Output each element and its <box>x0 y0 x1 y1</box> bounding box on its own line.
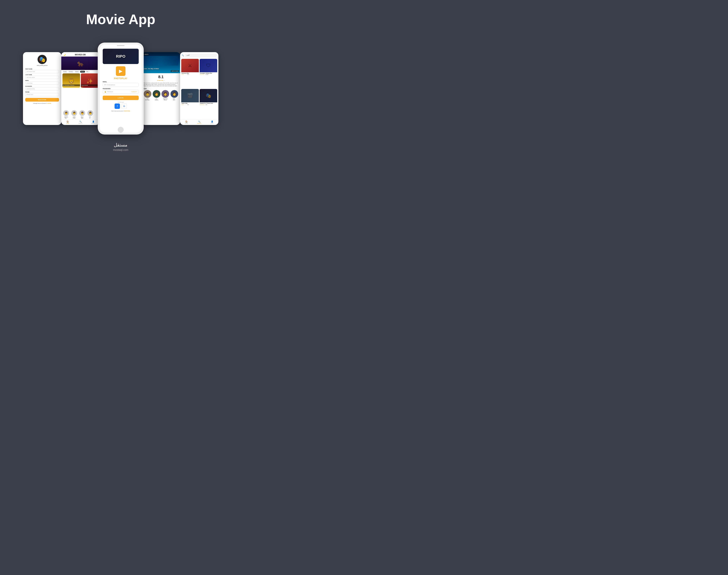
search-bar-icon: 🔍 <box>182 54 184 56</box>
cast-avatar-bruce: 👨 <box>79 110 85 116</box>
moon-icon[interactable]: 🌙 <box>63 54 66 56</box>
google-login-button[interactable]: G <box>121 103 127 109</box>
phone-home-button[interactable] <box>118 127 123 133</box>
register-link[interactable]: REGISTER <box>124 110 130 111</box>
search-result-hadath[interactable]: 🎭 Hadath Fe 2 Talaat Harb ★ ★ ★ ★ ★ 8.5 <box>199 89 217 118</box>
search-nav-home[interactable]: 🏠 HOME <box>180 121 193 124</box>
register-prompt: Don't have an Account ? REGISTER <box>111 110 130 111</box>
last-name-input[interactable]: last here name <box>25 76 59 79</box>
cast-name-jackie: JackieChan <box>73 116 75 119</box>
italia-star5: ★ <box>186 104 187 105</box>
tag-history[interactable]: History <box>74 71 79 73</box>
hadath-star2: ★ <box>201 104 202 105</box>
watch-now-label[interactable]: WATCH NOW <box>171 70 179 72</box>
search-nav-profile[interactable]: 👤 Profile <box>206 121 218 124</box>
footer: مستقل mostaql.com <box>113 142 128 151</box>
italia-title: Italia's War <box>181 102 199 104</box>
cast-name-zoe: ZoeSaldaña <box>155 98 158 100</box>
cast-av-sigourney: 👩 <box>161 90 169 98</box>
cast-avatar-quentin: 👨 <box>63 110 69 116</box>
email-label: EMAIL <box>25 80 29 81</box>
italia-img: 🎬 <box>181 89 199 102</box>
star-4: ★ <box>162 79 163 81</box>
nav-search[interactable]: 🔍 SEARCH <box>74 121 87 124</box>
tag-horror[interactable]: Horror <box>80 71 85 73</box>
search-results: ⚔ Karmouz War ★ ★ ★ ★ ★ 6.4 🛡 Avengers: … <box>180 58 218 120</box>
email-input[interactable]: email here <box>25 81 59 85</box>
login-button[interactable]: LOGIN <box>103 96 139 100</box>
movie-card-narnia[interactable]: 🦁 he Chronicles of Narnia:... ⭐ 7.1 <box>63 73 80 88</box>
first-name-input[interactable]: first name here <box>25 70 59 73</box>
cast-item-zoe[interactable]: 👩 ZoeSaldaña <box>153 90 160 100</box>
hadath-rating: ★ ★ ★ ★ ★ 8.5 <box>199 104 217 106</box>
karmouz-star3: ★ <box>184 74 185 75</box>
hadath-title: Hadath Fe 2 Talaat Harb <box>199 102 217 104</box>
cast-item-sigourney[interactable]: 👩 SigourneyWeaver <box>161 90 169 100</box>
star-1: ★ <box>157 79 159 81</box>
avengers-star5: ★ <box>205 74 205 75</box>
password-input[interactable]: password here <box>25 87 59 91</box>
moviesdb-bottom-nav: 🏠 HOME 🔍 SEARCH 👤 PROFILE <box>61 120 100 125</box>
avatar[interactable]: 🎭 <box>38 55 47 64</box>
search-nav-search-label: SEARCH <box>197 123 202 124</box>
cast-item-chr[interactable]: 👨 Chr...N... <box>86 110 94 119</box>
cast-item-brita[interactable]: 👩 Brita...Dalc... <box>171 90 178 100</box>
photoplay-logo: ▶ <box>116 66 125 76</box>
movies-grid: 🦁 he Chronicles of Narnia:... ⭐ 7.1 ✨ Di… <box>61 73 100 109</box>
panther-icon: 🐆 <box>77 60 84 67</box>
password-field[interactable]: 🔒 Password FORGOT? <box>103 90 139 94</box>
back-button[interactable]: < BACK <box>143 53 149 56</box>
search-bar: 🔍 الحب <box>180 52 218 58</box>
avengers-img: 🛡 <box>199 59 217 72</box>
search-result-italia[interactable]: 🎬 Italia's War ★ ★ ★ ★ ★ 6.8 <box>181 89 199 118</box>
forgot-link[interactable]: FORGOT? <box>132 91 137 92</box>
tag-fantasy[interactable]: Fantasy <box>68 71 74 73</box>
disenchanted-rating: ⭐ 7.1 <box>81 86 99 88</box>
avengers-rating: ★ ★ ★ ★ ★ 8.261 <box>199 74 217 75</box>
hadath-star3: ★ <box>202 104 203 105</box>
avengers-star1: ★ <box>200 74 201 75</box>
cast-item-jackie[interactable]: 👨 JackieChan <box>71 110 78 119</box>
cast-item-sam[interactable]: 👨 SamWorthingt... <box>144 90 151 100</box>
movie-card-disenchanted[interactable]: ✨ Disenchanted ⭐ 7.1 <box>81 73 99 88</box>
italia-rating-num: 6.8 <box>187 104 189 105</box>
search-input[interactable]: الحب <box>185 54 217 57</box>
email-placeholder: Email Address <box>107 84 115 86</box>
rating-stars: ★ ★ ★ ★ ★ <box>144 79 178 81</box>
search-nav-search[interactable]: 🔍 SEARCH <box>193 121 206 124</box>
login-link[interactable]: LOGIN <box>47 103 51 104</box>
karmouz-star2: ★ <box>183 74 184 75</box>
phones-container: 🎭 Add profile picture FIRST NAME first n… <box>0 42 242 135</box>
phone-notch <box>100 44 142 47</box>
karmouz-star1: ★ <box>182 74 182 75</box>
rating-number: 8.1 <box>144 75 178 79</box>
footer-url: mostaql.com <box>113 148 128 151</box>
italia-icon: 🎬 <box>187 93 193 98</box>
hadath-star1: ★ <box>200 104 201 105</box>
hadath-star5: ★ <box>205 104 205 105</box>
search-result-avengers[interactable]: 🛡 Avengers: Infinity War ★ ★ ★ ★ ★ 8.261 <box>199 59 217 88</box>
tag-music[interactable]: Mu... <box>86 71 90 73</box>
karmouz-star4: ★ <box>185 74 186 75</box>
login-prompt: Already have an Account ? LOGIN <box>33 103 51 104</box>
email-field[interactable]: ✉ Email Address <box>103 83 139 87</box>
facebook-login-button[interactable]: f <box>115 103 120 109</box>
search-result-karmouz[interactable]: ⚔ Karmouz War ★ ★ ★ ★ ★ 6.4 <box>181 59 199 88</box>
cast-images: 👨 SamWorthingt... 👩 ZoeSaldaña 👩 Sigourn… <box>144 90 178 100</box>
email-icon: ✉ <box>104 84 106 86</box>
home-icon: 🏠 <box>67 121 69 123</box>
cast-item-bruce[interactable]: 👨 BruceWillis <box>78 110 86 119</box>
email-field-label: EMAIL <box>103 81 107 82</box>
hero-text: RIPO <box>116 54 125 59</box>
brand-label: PHOTOPLAY <box>114 77 128 79</box>
cast-item-quentin[interactable]: 👨 QuentinTare... <box>63 110 70 119</box>
tag-family[interactable]: Family <box>63 71 67 73</box>
avengers-rating-num: 8.261 <box>206 74 209 75</box>
moviesdb-header: 🌙 MOVIES-DB <box>61 52 100 57</box>
phone-input[interactable]: Phone here <box>25 93 59 96</box>
register-button[interactable]: REGISTER <box>25 98 59 102</box>
cast-section-title: Cast <box>144 88 178 89</box>
nav-home[interactable]: 🏠 HOME <box>61 121 74 124</box>
add-profile-picture-label: Add profile picture <box>37 65 47 66</box>
avatar-face-icon: 🎭 <box>39 56 46 63</box>
